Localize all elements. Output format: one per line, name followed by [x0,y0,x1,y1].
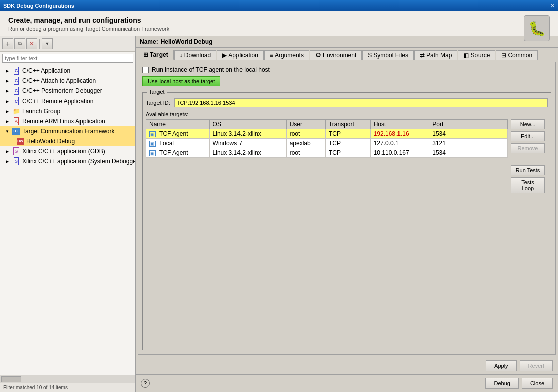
cell-user: root [286,148,325,158]
bottom-right-buttons: Apply Revert [486,360,553,371]
target-id-row: Target ID: TCP:192.168.1.16:1534 [146,98,548,107]
tab-target[interactable]: ⊞ Target [138,50,174,60]
table-row[interactable]: ▣ TCF Agent Linux 3.14.2-xilinx root TCP… [146,148,508,158]
tree-label: C/C++ Application [22,67,70,74]
cell-extra [457,148,508,158]
cpp-remote-icon: C [12,97,20,105]
header-subtitle: Run or debug a program using Target Comm… [8,26,550,32]
revert-button[interactable]: Revert [520,360,553,371]
remove-target-button[interactable]: Remove [511,143,545,153]
tab-environment-icon: ⚙ [315,52,321,59]
tab-arguments-label: Arguments [275,52,304,59]
tree-item-gdb[interactable]: ▶ G Xilinx C/C++ application (GDB) [0,146,135,156]
tab-environment[interactable]: ⚙ Environment [310,50,362,60]
tree-item-sys-dbg[interactable]: ▶ S Xilinx C/C++ application (System Deb… [0,156,135,166]
tab-path-map[interactable]: ⇄ Path Map [414,50,457,60]
table-row[interactable]: ▣ TCF Agent Linux 3.14.2-xilinx root TCP… [146,129,508,139]
cell-extra [457,139,508,148]
run-tcf-checkbox[interactable] [142,67,149,73]
col-os: OS [209,120,286,129]
filter-status: Filter matched 10 of 14 items [0,383,135,392]
new-target-button[interactable]: New... [511,119,545,129]
row-icon: ▣ [149,150,156,156]
tab-source[interactable]: ◧ Source [458,50,495,60]
bottom-bar: Apply Revert [136,357,558,374]
target-id-field[interactable]: TCP:192.168.1.16:1534 [174,98,548,107]
available-targets-label: Available targets: [146,111,548,117]
cpp-attach-icon: C [12,77,20,85]
debug-button[interactable]: Debug [485,378,518,389]
close-window-button[interactable]: ✕ [550,3,555,9]
tree-item-arm-linux[interactable]: ▶ A Remote ARM Linux Application [0,116,135,126]
tree-label: Xilinx C/C++ application (System Debugge [22,158,135,165]
cell-port: 1534 [429,148,457,158]
tab-common-icon: ⊟ [501,52,506,59]
cell-name: ▣ TCF Agent [146,148,210,158]
horizontal-scrollbar[interactable] [0,375,135,383]
title-bar: SDK Debug Configurations ✕ [0,0,558,11]
tab-environment-label: Environment [323,52,356,59]
cell-os: Linux 3.14.2-xilinx [209,148,286,158]
table-row[interactable]: ▣ Local Windows 7 apexlab TCP 127.0.0.1 … [146,139,508,148]
cell-os: Windows 7 [209,139,286,148]
tab-pathmap-icon: ⇄ [420,52,425,59]
name-label: Name: [140,38,158,45]
apply-button[interactable]: Apply [486,360,517,371]
target-group-label: Target [147,89,167,95]
tree-item-cpp-remote[interactable]: ▶ C C/C++ Remote Application [0,96,135,106]
cell-transport: TCP [325,139,370,148]
toolbar: + ⧉ ✕ ▼ [0,36,135,52]
close-button[interactable]: Close [522,378,553,389]
tab-application[interactable]: ▶ Application [217,50,264,60]
col-extra [457,120,508,129]
cell-transport: TCP [325,129,370,139]
cell-user: apexlab [286,139,325,148]
tab-download[interactable]: ↓ Download [174,50,216,60]
checkbox-row-1: Run instance of TCF agent on the local h… [142,66,551,73]
tree-item-launch-group[interactable]: ▶ 📁 Launch Group [0,106,135,116]
cell-transport: TCP [325,148,370,158]
tab-symbol-files[interactable]: S Symbol Files [362,50,414,60]
header-area: Create, manage, and run configurations R… [0,11,558,36]
filter-button[interactable]: ▼ [42,38,53,49]
search-input[interactable] [2,54,133,63]
side-buttons: New... Edit... Remove Run Tests Tests Lo… [508,119,548,193]
tab-symbol-label: Symbol Files [373,52,408,59]
expand-icon: ▶ [4,88,10,94]
tab-pathmap-label: Path Map [426,52,452,59]
run-tests-button[interactable]: Run Tests [511,165,545,175]
help-icon[interactable]: ? [141,379,150,388]
logo-icon: 🐛 [524,15,550,41]
tab-common[interactable]: ⊟ Common [496,50,538,60]
toolbar-separator [39,39,40,49]
tree-item-tcf[interactable]: ▼ TCF Target Communication Framework [0,126,135,136]
final-bar: ? Debug Close [136,374,558,392]
tree-item-cpp-attach[interactable]: ▶ C C/C++ Attach to Application [0,76,135,86]
tab-section: ⊞ Target ↓ Download ▶ Application ≡ Argu… [136,48,558,60]
targets-table: Name OS User Transport Host Port [146,119,508,158]
tree-label: C/C++ Remote Application [22,97,93,105]
cell-name: ▣ TCF Agent [146,129,210,139]
tab-arguments[interactable]: ≡ Arguments [264,50,309,60]
new-config-button[interactable]: + [2,38,13,49]
name-value: HelloWorld Debug [161,38,213,45]
edit-target-button[interactable]: Edit... [511,131,545,141]
left-panel: + ⧉ ✕ ▼ ▶ C C/C++ Applicati [0,36,136,392]
tree-item-cpp-post[interactable]: ▶ C C/C++ Postmortem Debugger [0,86,135,96]
delete-config-button[interactable]: ✕ [26,38,37,49]
arm-icon: A [12,117,20,125]
sys-dbg-icon: S [12,157,20,165]
cell-port: 3121 [429,139,457,148]
tree-item-cpp-app[interactable]: ▶ C C/C++ Application [0,66,135,76]
cell-os: Linux 3.14.2-xilinx [209,129,286,139]
tests-loop-button[interactable]: Tests Loop [511,177,545,193]
tree-item-helloworld[interactable]: HW HelloWorld Debug [0,136,135,146]
duplicate-config-button[interactable]: ⧉ [14,38,25,49]
tab-download-icon: ↓ [180,52,183,59]
name-label-row: Name: HelloWorld Debug [136,36,558,48]
targets-area: Name OS User Transport Host Port [146,119,548,193]
tab-application-icon: ▶ [222,52,227,59]
scroll-thumb[interactable] [1,376,21,382]
use-local-host-button[interactable]: Use local host as the target [142,76,220,86]
col-host: Host [370,120,429,129]
